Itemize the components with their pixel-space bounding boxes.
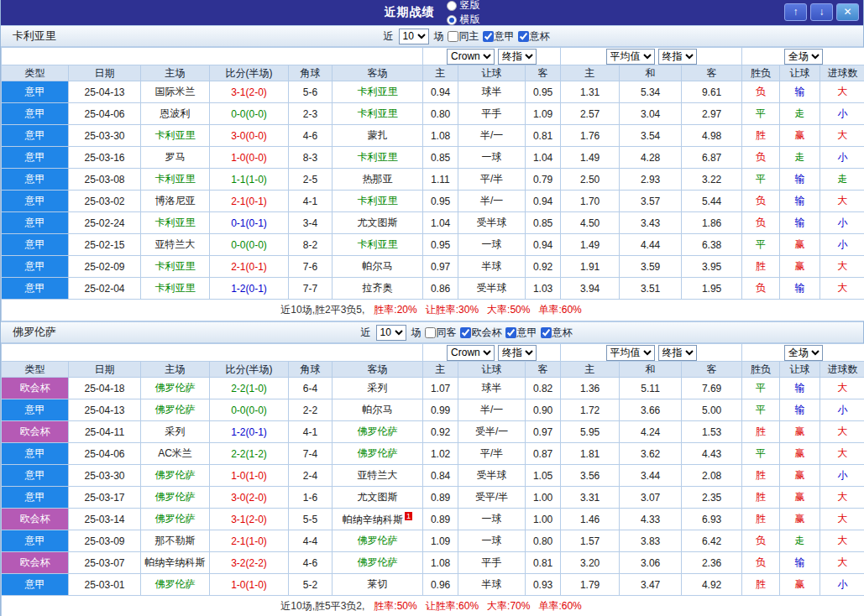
league-cell: 意甲 <box>2 399 69 421</box>
score-cell[interactable]: 3-0(0-0) <box>210 125 289 147</box>
asian-odds-source-select[interactable]: Crown <box>447 345 495 361</box>
away-team-cell[interactable]: 卡利亚里 <box>333 103 423 125</box>
serie-a-checkbox[interactable]: 意甲 <box>505 326 537 340</box>
score-cell[interactable]: 0-0(0-0) <box>210 103 289 125</box>
euro-odds-source-select[interactable]: 平均值 <box>606 345 655 361</box>
away-team-cell[interactable]: 卡利亚里 <box>333 147 423 169</box>
italy-cup-checkbox-input[interactable] <box>518 31 529 42</box>
score-cell[interactable]: 1-0(1-0) <box>210 465 289 487</box>
score-cell[interactable]: 1-2(0-1) <box>210 421 289 443</box>
home-team-cell[interactable]: 佛罗伦萨 <box>141 574 210 596</box>
home-team-cell[interactable]: 佛罗伦萨 <box>141 378 210 399</box>
home-team-cell[interactable]: 罗马 <box>141 147 210 169</box>
away-team-cell[interactable]: 拉齐奥 <box>333 278 423 300</box>
home-team-cell[interactable]: 佛罗伦萨 <box>141 487 210 509</box>
away-team-cell[interactable]: 帕尔马 <box>333 256 423 278</box>
score-cell[interactable]: 1-2(0-1) <box>210 278 289 300</box>
score-cell[interactable]: 1-0(1-0) <box>210 574 289 596</box>
league-cell: 欧会杯 <box>2 509 69 530</box>
away-team-cell[interactable]: 蒙扎 <box>333 125 423 147</box>
away-team-cell[interactable]: 卡利亚里 <box>333 234 423 256</box>
away-team-cell[interactable]: 帕尔马 <box>333 399 423 421</box>
same-away-checkbox[interactable]: 同客 <box>425 326 457 340</box>
layout-vertical-radio[interactable]: 竖版 <box>447 0 480 13</box>
date-cell: 25-03-09 <box>69 530 141 552</box>
match-count-select[interactable]: 10 <box>399 29 429 44</box>
result-cell: 负 <box>742 191 780 212</box>
dropdown-cell: Crown终指 <box>423 344 561 362</box>
italy-cup-checkbox[interactable]: 意杯 <box>518 29 550 44</box>
score-cell[interactable]: 3-1(2-0) <box>210 509 289 530</box>
score-cell[interactable]: 3-1(2-0) <box>210 81 289 103</box>
move-down-button[interactable]: ↓ <box>810 3 833 21</box>
home-team-cell[interactable]: 博洛尼亚 <box>141 191 210 212</box>
date-cell: 25-04-06 <box>69 103 141 125</box>
away-team-cell[interactable]: 帕纳辛纳科斯1 <box>333 509 423 530</box>
away-team-cell[interactable]: 热那亚 <box>333 169 423 191</box>
score-cell[interactable]: 0-1(0-1) <box>210 212 289 234</box>
same-home-checkbox-input[interactable] <box>448 31 458 42</box>
conference-league-checkbox-input[interactable] <box>460 327 471 338</box>
close-button[interactable]: ✕ <box>836 3 859 21</box>
radio-icon[interactable] <box>447 1 457 11</box>
score-cell[interactable]: 1-1(1-0) <box>210 169 289 191</box>
home-team-cell[interactable]: AC米兰 <box>141 443 210 465</box>
match-scope-select[interactable]: 全场 <box>784 49 823 65</box>
score-cell[interactable]: 0-0(0-0) <box>210 234 289 256</box>
away-team-cell[interactable]: 亚特兰大 <box>333 465 423 487</box>
same-home-checkbox[interactable]: 同主 <box>448 29 479 44</box>
match-scope-select[interactable]: 全场 <box>784 345 823 361</box>
away-team-cell[interactable]: 佛罗伦萨 <box>333 421 423 443</box>
move-up-button[interactable]: ↑ <box>784 3 807 21</box>
away-team-cell[interactable]: 佛罗伦萨 <box>333 443 423 465</box>
away-team-cell[interactable]: 佛罗伦萨 <box>333 552 423 574</box>
league-cell: 意甲 <box>2 574 69 596</box>
home-team-cell[interactable]: 佛罗伦萨 <box>141 465 210 487</box>
away-team-cell[interactable]: 卡利亚里 <box>333 81 423 103</box>
score-cell[interactable]: 2-2(1-2) <box>210 443 289 465</box>
same-away-checkbox-input[interactable] <box>425 327 436 338</box>
home-team-cell[interactable]: 国际米兰 <box>141 81 210 103</box>
asian-odds-source-select[interactable]: Crown <box>447 49 495 65</box>
score-cell[interactable]: 2-2(1-0) <box>210 378 289 399</box>
home-team-cell[interactable]: 亚特兰大 <box>141 234 210 256</box>
score-cell[interactable]: 2-1(0-1) <box>210 191 289 212</box>
conference-league-checkbox[interactable]: 欧会杯 <box>460 326 502 340</box>
home-team-cell[interactable]: 卡利亚里 <box>141 212 210 234</box>
away-team-cell[interactable]: 尤文图斯 <box>333 487 423 509</box>
euro-odds-source-select[interactable]: 平均值 <box>606 49 655 65</box>
score-cell[interactable]: 2-1(0-1) <box>210 256 289 278</box>
italy-cup-checkbox[interactable]: 意杯 <box>541 326 573 340</box>
date-cell: 25-04-13 <box>69 81 141 103</box>
score-cell[interactable]: 2-1(1-0) <box>210 530 289 552</box>
home-team-cell[interactable]: 佛罗伦萨 <box>141 399 210 421</box>
euro-odds-time-select[interactable]: 终指 <box>658 49 697 65</box>
asian-odds-time-select[interactable]: 终指 <box>498 49 537 65</box>
home-team-cell[interactable]: 卡利亚里 <box>141 169 210 191</box>
italy-cup-checkbox-input[interactable] <box>541 327 552 338</box>
away-team-cell[interactable]: 卡利亚里 <box>333 191 423 212</box>
asian-odds-time-select[interactable]: 终指 <box>498 345 537 361</box>
away-team-cell[interactable]: 佛罗伦萨 <box>333 530 423 552</box>
serie-a-checkbox-input[interactable] <box>483 31 494 42</box>
score-cell[interactable]: 0-0(0-0) <box>210 399 289 421</box>
away-team-cell[interactable]: 采列 <box>333 378 423 399</box>
home-team-cell[interactable]: 采列 <box>141 421 210 443</box>
home-team-cell[interactable]: 卡利亚里 <box>141 125 210 147</box>
home-team-cell[interactable]: 恩波利 <box>141 103 210 125</box>
home-team-cell[interactable]: 佛罗伦萨 <box>141 509 210 530</box>
euro-odds-time-select[interactable]: 终指 <box>658 345 697 361</box>
home-team-cell[interactable]: 卡利亚里 <box>141 256 210 278</box>
score-cell[interactable]: 3-2(2-2) <box>210 552 289 574</box>
score-cell[interactable]: 1-0(0-0) <box>210 147 289 169</box>
match-count-select[interactable]: 10 <box>376 325 406 341</box>
home-team-cell[interactable]: 那不勒斯 <box>141 530 210 552</box>
away-team-cell[interactable]: 莱切 <box>333 574 423 596</box>
away-team-cell[interactable]: 尤文图斯 <box>333 212 423 234</box>
home-team-cell[interactable]: 卡利亚里 <box>141 278 210 300</box>
home-team-cell[interactable]: 帕纳辛纳科斯 <box>141 552 210 574</box>
score-cell[interactable]: 3-0(2-0) <box>210 487 289 509</box>
serie-a-checkbox[interactable]: 意甲 <box>483 29 515 44</box>
radio-icon[interactable] <box>447 15 457 25</box>
serie-a-checkbox-input[interactable] <box>505 327 516 338</box>
